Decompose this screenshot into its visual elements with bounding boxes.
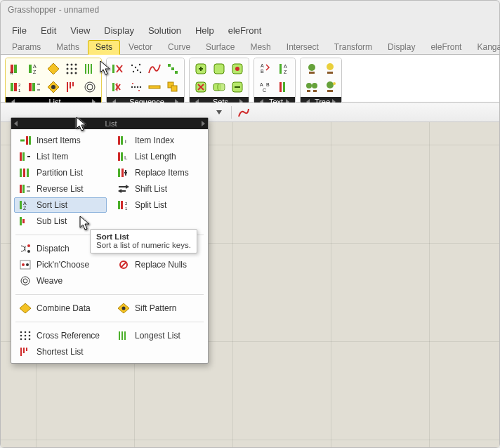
list-item-icon[interactable]: N: [8, 60, 25, 77]
tab-display[interactable]: Display: [381, 41, 422, 54]
dd-label: Partition List: [37, 168, 83, 178]
dd-partition-list[interactable]: Partition List: [14, 165, 107, 180]
create-set-icon[interactable]: [192, 60, 209, 77]
graft-icon[interactable]: [322, 60, 338, 77]
tab-intersect[interactable]: Intersect: [279, 41, 326, 54]
menu-help[interactable]: Help: [188, 23, 221, 38]
sort-text-icon[interactable]: AZ: [275, 60, 292, 77]
svg-point-22: [71, 72, 73, 74]
svg-point-81: [306, 83, 312, 88]
cull-index-icon[interactable]: [110, 60, 126, 77]
dropdown-head: List: [11, 118, 208, 129]
dd-split-list[interactable]: 21Split List: [112, 197, 205, 213]
dd-reverse-list[interactable]: Reverse List: [14, 181, 107, 197]
tab-vector[interactable]: Vector: [121, 41, 159, 54]
concat-icon[interactable]: AB: [257, 60, 274, 77]
svg-rect-76: [283, 82, 285, 92]
sift-pattern-icon[interactable]: [45, 79, 62, 95]
split-list-icon[interactable]: 21: [8, 79, 25, 95]
tab-maths[interactable]: Maths: [49, 41, 86, 54]
dd-item-index[interactable]: iItem Index: [112, 133, 205, 148]
sketch-icon[interactable]: [236, 105, 251, 119]
dd-shortest-list[interactable]: Shortest List: [14, 344, 107, 360]
dd-label: Sift Pattern: [135, 303, 176, 313]
random-icon[interactable]: [128, 60, 145, 77]
svg-rect-93: [20, 169, 22, 177]
tab-surface[interactable]: Surface: [199, 41, 242, 54]
dd-shift-list[interactable]: Shift List: [112, 181, 205, 197]
svg-rect-3: [11, 83, 13, 91]
menu-edit[interactable]: Edit: [34, 23, 63, 38]
dd-combine-data[interactable]: Combine Data: [14, 301, 107, 316]
tab-kangaroo2[interactable]: Kangaroo2: [470, 41, 500, 54]
category-tabbar: Params Maths Sets Vector Curve Surface M…: [1, 39, 499, 55]
dd-replace-nulls[interactable]: Replace Nulls: [112, 257, 205, 272]
set-inter-icon[interactable]: [211, 79, 228, 95]
dropdown-indicator-icon[interactable]: [211, 105, 227, 119]
svg-point-65: [235, 67, 239, 71]
menu-display[interactable]: Display: [97, 23, 141, 38]
tab-elefront[interactable]: eleFront: [423, 41, 468, 54]
dd-replace-items[interactable]: Replace Items: [112, 165, 205, 180]
menu-file[interactable]: File: [5, 23, 34, 38]
svg-rect-96: [20, 185, 22, 193]
set-union-icon[interactable]: [211, 60, 228, 77]
dd-picknchoose[interactable]: Pick'n'Choose: [14, 257, 107, 272]
dd-sort-list[interactable]: AZSort List: [14, 197, 107, 213]
text-split-icon[interactable]: ABC: [257, 79, 274, 95]
svg-rect-90: [29, 136, 31, 145]
jitter-icon[interactable]: [128, 79, 145, 95]
flatten-icon[interactable]: [303, 60, 320, 77]
dd-label: List Length: [135, 152, 176, 162]
svg-point-139: [29, 338, 31, 341]
sort-list-icon[interactable]: AZ: [27, 60, 44, 77]
cull-nth-icon[interactable]: [110, 79, 126, 95]
dd-cross-reference[interactable]: Cross Reference: [14, 328, 107, 343]
tab-params[interactable]: Params: [5, 41, 48, 54]
menu-elefront[interactable]: eleFront: [221, 23, 269, 38]
dd-sift-pattern[interactable]: Sift Pattern: [112, 301, 205, 316]
longest-list-icon[interactable]: [81, 60, 98, 77]
dd-label: Shortest List: [37, 347, 84, 357]
merge-icon[interactable]: [303, 79, 320, 95]
dd-sub-list[interactable]: Sub List: [14, 213, 107, 229]
reverse-list-icon[interactable]: [27, 79, 44, 95]
menu-solution[interactable]: Solution: [141, 23, 188, 38]
weave-icon[interactable]: [81, 79, 98, 95]
graph-icon[interactable]: [146, 60, 163, 77]
svg-text:i: i: [125, 138, 126, 145]
svg-rect-11: [32, 83, 35, 91]
dd-list-length[interactable]: LList Length: [112, 149, 205, 164]
shortest-list-icon[interactable]: [63, 79, 80, 95]
delete-cons-icon[interactable]: [192, 79, 209, 95]
svg-marker-128: [20, 303, 31, 313]
combine-data-icon[interactable]: [45, 60, 62, 77]
dd-weave[interactable]: Weave: [14, 273, 107, 289]
explode-tree-icon[interactable]: [322, 79, 338, 95]
replace-members-icon[interactable]: [229, 79, 246, 95]
dd-longest-list[interactable]: Longest List: [112, 328, 205, 343]
svg-point-132: [25, 331, 27, 334]
tab-mesh[interactable]: Mesh: [243, 41, 277, 54]
svg-rect-98: [20, 201, 22, 209]
cross-ref-icon[interactable]: [63, 60, 80, 77]
series-icon[interactable]: [164, 60, 181, 77]
svg-rect-113: [118, 201, 120, 209]
tab-sets[interactable]: Sets: [88, 40, 120, 55]
dd-label: List Item: [37, 152, 68, 162]
duplicate-icon[interactable]: [164, 79, 181, 95]
range-icon[interactable]: [146, 79, 163, 95]
svg-point-21: [67, 72, 69, 74]
dd-list-item[interactable]: List Item: [14, 149, 107, 164]
svg-rect-141: [23, 348, 25, 353]
svg-point-82: [312, 83, 317, 88]
text-join-icon[interactable]: [275, 79, 292, 95]
tab-curve[interactable]: Curve: [161, 41, 197, 54]
tab-transform[interactable]: Transform: [327, 41, 379, 54]
menu-view[interactable]: View: [63, 23, 97, 38]
svg-rect-24: [67, 82, 68, 92]
svg-text:A: A: [33, 64, 37, 69]
dd-insert-items[interactable]: Insert Items: [14, 133, 107, 148]
member-index-icon[interactable]: [229, 60, 246, 77]
svg-point-31: [87, 84, 93, 90]
